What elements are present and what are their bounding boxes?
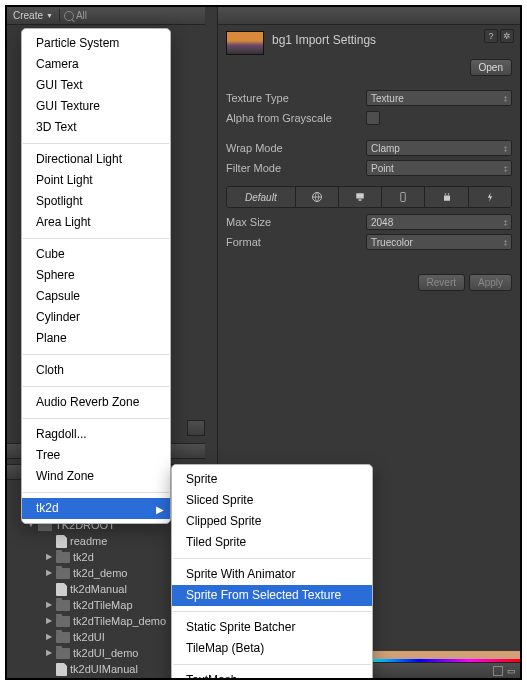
tk2d-submenu: SpriteSliced SpriteClipped SpriteTiled S… <box>171 464 373 680</box>
svg-rect-3 <box>401 193 406 202</box>
tree-item-label: tk2dTileMap_demo <box>73 613 166 629</box>
menu-separator <box>23 418 169 419</box>
menu-item[interactable]: Particle System <box>22 33 170 54</box>
tree-item-label: tk2dManual <box>70 581 127 597</box>
preview-mip-icon[interactable]: ▭ <box>507 666 516 676</box>
svg-rect-2 <box>359 199 362 201</box>
menu-item[interactable]: Area Light <box>22 212 170 233</box>
menu-item[interactable]: Cylinder <box>22 307 170 328</box>
disclosure-triangle-icon[interactable]: ▶ <box>45 549 53 565</box>
disclosure-triangle-icon[interactable]: ▶ <box>27 677 35 680</box>
menu-item-sprite-from-selected-texture[interactable]: Sprite From Selected Texture <box>172 585 372 606</box>
platform-tab-android[interactable] <box>425 187 468 207</box>
max-size-dropdown[interactable]: 2048‡ <box>366 214 512 230</box>
prop-label-texture-type: Texture Type <box>226 92 366 104</box>
folder-icon <box>56 648 70 659</box>
menu-separator <box>23 238 169 239</box>
asset-thumbnail <box>226 31 264 55</box>
menu-item[interactable]: TextMesh <box>172 670 372 680</box>
menu-item[interactable]: Tree <box>22 445 170 466</box>
disclosure-triangle-icon[interactable]: ▶ <box>45 597 53 613</box>
dropdown-caret-icon: ▼ <box>46 12 53 19</box>
tree-item-label: readme <box>70 533 107 549</box>
menu-item[interactable]: Spotlight <box>22 191 170 212</box>
platform-tab-ios[interactable] <box>382 187 425 207</box>
menu-item[interactable]: Sprite <box>172 469 372 490</box>
menu-item[interactable]: Point Light <box>22 170 170 191</box>
menu-item[interactable]: Tiled Sprite <box>172 532 372 553</box>
wrap-mode-dropdown[interactable]: Clamp‡ <box>366 140 512 156</box>
search-input[interactable]: All <box>64 10 205 21</box>
preview-rgb-icon[interactable] <box>493 666 503 676</box>
panel-options-icon[interactable] <box>187 420 205 436</box>
folder-icon <box>56 616 70 627</box>
svg-point-5 <box>444 193 446 195</box>
menu-item[interactable]: TileMap (Beta) <box>172 638 372 659</box>
tree-item-label: tk2dTileMap <box>73 597 133 613</box>
document-icon <box>56 583 67 596</box>
search-placeholder: All <box>76 10 87 21</box>
menu-item[interactable]: Camera <box>22 54 170 75</box>
tree-item-label: tk2d_demo <box>73 565 127 581</box>
menu-item-tk2d[interactable]: tk2d▶ <box>22 498 170 519</box>
submenu-arrow-icon: ▶ <box>156 501 164 518</box>
filter-mode-dropdown[interactable]: Point‡ <box>366 160 512 176</box>
inspector-header <box>218 7 520 25</box>
inspector-title: bg1 Import Settings <box>272 31 512 47</box>
menu-item[interactable]: Capsule <box>22 286 170 307</box>
platform-tab-default[interactable]: Default <box>227 187 296 207</box>
menu-item[interactable]: Cube <box>22 244 170 265</box>
platform-tabs: Default <box>226 186 512 208</box>
menu-item[interactable]: Ragdoll... <box>22 424 170 445</box>
menu-separator <box>23 492 169 493</box>
folder-icon <box>56 632 70 643</box>
menu-item[interactable]: GUI Text <box>22 75 170 96</box>
svg-point-6 <box>447 193 449 195</box>
prop-label-filter: Filter Mode <box>226 162 366 174</box>
alpha-grayscale-checkbox[interactable] <box>366 111 380 125</box>
menu-item[interactable]: Directional Light <box>22 149 170 170</box>
disclosure-triangle-icon[interactable]: ▶ <box>45 565 53 581</box>
folder-icon <box>56 568 70 579</box>
menu-item[interactable]: Sphere <box>22 265 170 286</box>
menu-separator <box>23 386 169 387</box>
document-icon <box>56 663 67 676</box>
open-button[interactable]: Open <box>470 59 512 76</box>
menu-item[interactable]: Sliced Sprite <box>172 490 372 511</box>
disclosure-triangle-icon[interactable]: ▶ <box>45 613 53 629</box>
platform-tab-standalone[interactable] <box>339 187 382 207</box>
tree-item-label: tk2dUIManual <box>70 661 138 677</box>
prop-label-alpha: Alpha from Grayscale <box>226 112 366 124</box>
platform-tab-web[interactable] <box>296 187 339 207</box>
menu-item[interactable]: Static Sprite Batcher <box>172 617 372 638</box>
apply-button[interactable]: Apply <box>469 274 512 291</box>
help-icon[interactable]: ? <box>484 29 498 43</box>
platform-tab-flash[interactable] <box>469 187 511 207</box>
menu-separator <box>23 143 169 144</box>
menu-item[interactable]: Audio Reverb Zone <box>22 392 170 413</box>
settings-gear-icon[interactable]: ✲ <box>500 29 514 43</box>
disclosure-triangle-icon[interactable]: ▶ <box>45 629 53 645</box>
menu-item[interactable]: 3D Text <box>22 117 170 138</box>
menu-separator <box>173 558 371 559</box>
menu-separator <box>173 611 371 612</box>
revert-button[interactable]: Revert <box>418 274 465 291</box>
menu-item[interactable]: Wind Zone <box>22 466 170 487</box>
tree-item-label: tk2dUI <box>73 629 105 645</box>
format-dropdown[interactable]: Truecolor‡ <box>366 234 512 250</box>
disclosure-triangle-icon[interactable]: ▶ <box>45 645 53 661</box>
create-dropdown[interactable]: Create ▼ <box>7 9 60 22</box>
texture-type-dropdown[interactable]: Texture‡ <box>366 90 512 106</box>
menu-item[interactable]: Sprite With Animator <box>172 564 372 585</box>
create-context-menu: Particle SystemCameraGUI TextGUI Texture… <box>21 28 171 524</box>
menu-item[interactable]: GUI Texture <box>22 96 170 117</box>
menu-item[interactable]: Plane <box>22 328 170 349</box>
folder-icon <box>56 600 70 611</box>
document-icon <box>56 535 67 548</box>
project-toolbar: Create ▼ All <box>7 7 205 25</box>
prop-label-wrap: Wrap Mode <box>226 142 366 154</box>
menu-item[interactable]: Cloth <box>22 360 170 381</box>
menu-item[interactable]: Clipped Sprite <box>172 511 372 532</box>
prop-label-maxsize: Max Size <box>226 216 366 228</box>
search-icon <box>64 11 74 21</box>
